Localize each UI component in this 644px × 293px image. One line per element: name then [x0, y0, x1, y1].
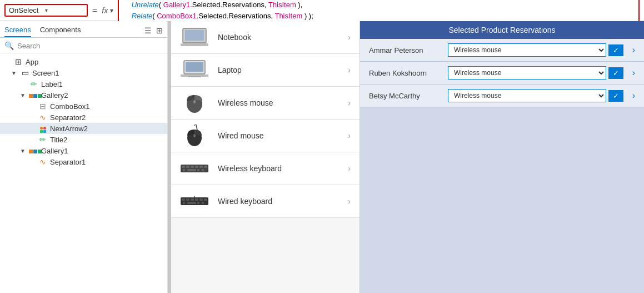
tree-label-separator1: Separator1 — [50, 158, 86, 166]
svg-rect-13 — [186, 166, 189, 168]
combo-btn-ammar[interactable]: ✓ — [608, 44, 623, 56]
formula-name: OnSelect — [9, 6, 38, 14]
combo-btn-ruben[interactable]: ✓ — [608, 67, 623, 79]
fx-label: fx — [102, 6, 108, 15]
reservation-combo-ruben: Wireless mouse ✓ — [448, 66, 623, 80]
reservation-name-ammar: Ammar Peterson — [369, 46, 441, 54]
separator2-icon: ∿ — [38, 113, 48, 122]
row-arrow-ruben[interactable]: › — [632, 68, 635, 78]
tree-label-gallery2: Gallery2 — [41, 91, 68, 100]
app-icon: ⊞ — [13, 57, 23, 66]
combobox-icon: ⊟ — [38, 102, 48, 111]
tree-panel: ⊞ App ▼ ▭ Screen1 ✏ Label1 ▼ — [0, 54, 167, 293]
tab-screens[interactable]: Screens — [4, 23, 31, 37]
tree-label-title2: Title2 — [50, 136, 67, 144]
laptop-image — [180, 59, 209, 81]
svg-point-10 — [193, 134, 196, 137]
tree-label-gallery1: Gallery1 — [41, 147, 68, 155]
gallery-item-wired-keyboard[interactable]: Wired keyboard › — [171, 185, 360, 218]
tree-item-app[interactable]: ⊞ App — [0, 56, 167, 67]
svg-point-8 — [193, 100, 196, 103]
wireless-keyboard-image — [180, 158, 209, 179]
screen-icon: ▭ — [20, 68, 30, 77]
svg-rect-16 — [199, 166, 203, 168]
svg-rect-15 — [195, 166, 198, 168]
tree-arrow-screen1: ▼ — [11, 70, 18, 76]
search-icon: 🔍 — [4, 41, 14, 50]
nextarrow2-icon — [38, 124, 48, 133]
tree-item-screen1[interactable]: ▼ ▭ Screen1 — [0, 67, 167, 78]
search-box: 🔍 — [0, 38, 167, 54]
tree-item-separator2[interactable]: ∿ Separator2 — [0, 112, 167, 123]
svg-rect-1 — [185, 30, 204, 41]
combo-btn-betsy[interactable]: ✓ — [608, 90, 623, 102]
row-arrow-ammar[interactable]: › — [632, 45, 635, 55]
grid-view-icon[interactable]: ⊞ — [156, 26, 163, 35]
row-arrow-betsy[interactable]: › — [632, 91, 635, 101]
tree-arrow-gallery1: ▼ — [20, 148, 27, 154]
svg-rect-2 — [181, 43, 208, 46]
svg-rect-31 — [197, 202, 199, 204]
svg-rect-17 — [204, 166, 207, 168]
main-content: Screens Components ☰ ⊞ 🔍 ⊞ App ▼ ▭ Scree… — [0, 21, 644, 293]
svg-rect-14 — [191, 166, 194, 168]
gallery-item-notebook[interactable]: Notebook › — [171, 21, 360, 54]
tree-label-combobox1: ComboBox1 — [50, 102, 90, 111]
tree-item-title2[interactable]: ✏ Title2 — [0, 134, 167, 145]
wireless-keyboard-arrow: › — [348, 164, 351, 173]
list-view-icon[interactable]: ☰ — [144, 26, 152, 35]
svg-rect-25 — [191, 198, 194, 201]
tree-label-app: App — [26, 58, 38, 66]
gallery-item-laptop[interactable]: Laptop › — [171, 54, 360, 87]
tree-label-nextarrow2: NextArrow2 — [50, 125, 88, 133]
svg-rect-27 — [199, 198, 203, 201]
tabs-bar: Screens Components ☰ ⊞ — [0, 21, 167, 38]
formula-selector-chevron: ▾ — [45, 7, 48, 13]
formula-line-2: Unrelate( Gallery1.Selected.Reservations… — [123, 0, 634, 11]
tree-item-gallery2[interactable]: ▼ Gallery2 — [0, 90, 167, 101]
wireless-keyboard-label: Wireless keyboard — [218, 164, 339, 173]
formula-bar: OnSelect ▾ = fx ▾ If( IsBlank( ComboBox1… — [0, 0, 644, 21]
wired-keyboard-label: Wired keyboard — [218, 197, 339, 206]
svg-rect-30 — [187, 202, 196, 204]
title2-icon: ✏ — [38, 135, 48, 144]
tree-item-separator1[interactable]: ∿ Separator1 — [0, 156, 167, 167]
left-panel: Screens Components ☰ ⊞ 🔍 ⊞ App ▼ ▭ Scree… — [0, 21, 168, 293]
tree-item-label1[interactable]: ✏ Label1 — [0, 78, 167, 90]
combo-select-ammar[interactable]: Wireless mouse — [448, 43, 606, 57]
reservations-panel: Selected Product Reservations Ammar Pete… — [360, 21, 644, 293]
svg-rect-6 — [188, 76, 201, 77]
tree-label-separator2: Separator2 — [50, 113, 86, 122]
tree-item-combobox1[interactable]: ⊟ ComboBox1 — [0, 101, 167, 112]
formula-selector[interactable]: OnSelect ▾ — [4, 4, 88, 17]
reservation-row-ammar: Ammar Peterson Wireless mouse ✓ › — [360, 39, 644, 62]
wired-mouse-image — [180, 125, 209, 146]
svg-rect-18 — [183, 169, 185, 171]
tree-item-nextarrow2[interactable]: NextArrow2 — [0, 123, 167, 134]
tab-components[interactable]: Components — [40, 23, 81, 37]
combo-select-ruben[interactable]: Wireless mouse — [448, 66, 606, 80]
gallery-item-wireless-keyboard[interactable]: Wireless keyboard › — [171, 152, 360, 185]
wireless-mouse-label: Wireless mouse — [218, 98, 339, 107]
svg-rect-23 — [182, 198, 185, 201]
svg-rect-12 — [182, 166, 185, 168]
gallery-item-wired-mouse[interactable]: Wired mouse › — [171, 120, 360, 152]
tree-label-label1: Label1 — [41, 80, 63, 88]
search-input[interactable] — [17, 42, 163, 50]
tab-icons: ☰ ⊞ — [144, 26, 163, 35]
reservation-name-ruben: Ruben Kokshoorn — [369, 69, 441, 77]
wired-keyboard-image — [180, 191, 209, 212]
equals-sign: = — [92, 6, 97, 16]
notebook-label: Notebook — [218, 33, 339, 42]
combo-select-betsy[interactable]: Wireless mouse — [448, 89, 606, 102]
product-gallery: Notebook › Laptop › — [171, 21, 360, 293]
reservation-row-betsy: Betsy McCarthy Wireless mouse ✓ › — [360, 85, 644, 107]
svg-rect-19 — [187, 169, 196, 171]
tree-item-gallery1[interactable]: ▼ Gallery1 — [0, 145, 167, 156]
svg-rect-4 — [186, 62, 203, 72]
svg-rect-21 — [202, 169, 204, 171]
gallery-item-wireless-mouse[interactable]: Wireless mouse › — [171, 87, 360, 120]
reservation-row-ruben: Ruben Kokshoorn Wireless mouse ✓ › — [360, 62, 644, 85]
laptop-label: Laptop — [218, 66, 339, 75]
reservations-header: Selected Product Reservations — [360, 21, 644, 39]
